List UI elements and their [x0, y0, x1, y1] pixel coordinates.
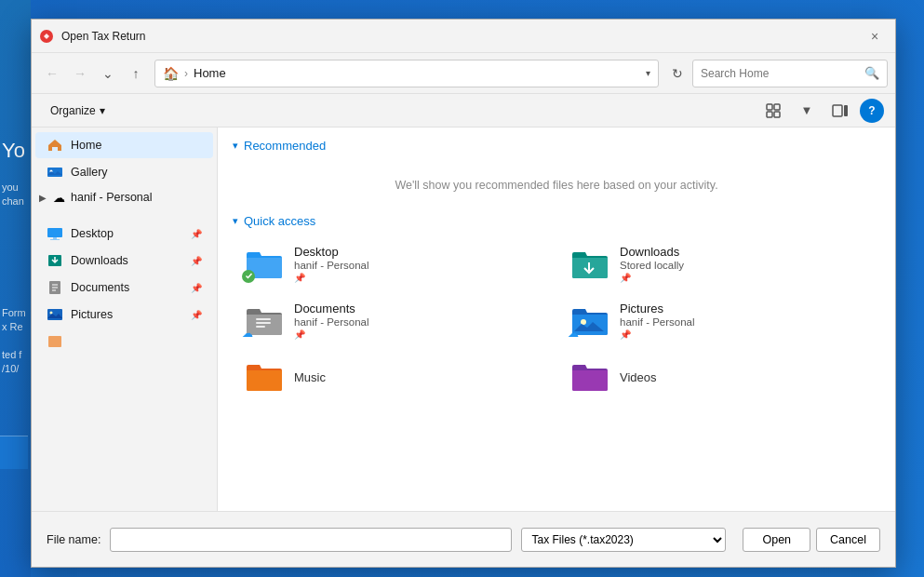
search-bar[interactable]: 🔍 — [692, 60, 888, 87]
music-folder-name: Music — [294, 370, 326, 384]
titlebar: Open Tax Return × — [32, 20, 895, 53]
svg-rect-6 — [844, 105, 848, 116]
sidebar-item-pictures[interactable]: Pictures 📌 — [35, 302, 213, 328]
filetype-select[interactable]: Tax Files (*.tax2023) All Files (*.*) — [521, 528, 726, 552]
downloads-label: Downloads — [71, 254, 183, 267]
desktop-folder-info: Desktop hanif - Personal 📌 — [294, 245, 369, 283]
home-label: Home — [71, 139, 202, 152]
svg-rect-17 — [47, 309, 62, 320]
downloads-pin: 📌 — [620, 273, 684, 283]
quick-access-section-header[interactable]: ▾ Quick access — [233, 214, 880, 228]
bg-chan-text: chan — [0, 195, 24, 207]
view-grid-button[interactable] — [759, 99, 787, 123]
main-area: Home Gallery ▶ ☁ hanif - Personal — [32, 127, 895, 511]
svg-rect-20 — [256, 318, 271, 320]
music-folder-svg — [243, 359, 284, 395]
documents-folder-info: Documents hanif - Personal 📌 — [294, 302, 369, 340]
close-button[interactable]: × — [862, 23, 888, 49]
sidebar-item-desktop[interactable]: Desktop 📌 — [35, 221, 213, 247]
quick-access-chevron-icon: ▾ — [233, 215, 238, 227]
svg-rect-9 — [47, 228, 62, 237]
dialog-title: Open Tax Return — [61, 30, 854, 43]
filename-input[interactable] — [110, 528, 512, 552]
recommended-title: Recommended — [244, 139, 326, 153]
view-dropdown-button[interactable]: ▼ — [793, 99, 821, 123]
open-button[interactable]: Open — [743, 528, 810, 552]
recent-button[interactable]: ⌄ — [95, 60, 121, 87]
sidebar-item-home[interactable]: Home — [35, 132, 213, 158]
hanif-label: hanif - Personal — [71, 191, 209, 204]
search-icon: 🔍 — [864, 66, 879, 80]
pictures-icon — [47, 306, 63, 323]
pictures-folder-name: Pictures — [620, 302, 695, 315]
sidebar: Home Gallery ▶ ☁ hanif - Personal — [32, 127, 218, 511]
pictures-label: Pictures — [71, 308, 183, 321]
address-bar[interactable]: 🏠 › Home ▾ — [154, 60, 659, 87]
folder-item-pictures[interactable]: ☁ Pictures hanif - Personal 📌 — [558, 294, 880, 347]
gallery-icon — [47, 164, 63, 181]
documents-pin-icon: 📌 — [191, 283, 202, 293]
videos-folder-info: Videos — [620, 370, 657, 384]
filename-label: File name: — [47, 533, 100, 546]
music-folder-icon-wrap — [242, 358, 285, 396]
toolbar: Organize ▾ ▼ ? — [32, 94, 895, 127]
folder-item-videos[interactable]: Videos — [558, 351, 880, 403]
videos-folder-icon-wrap — [568, 358, 610, 396]
preview-pane-icon — [832, 104, 849, 117]
downloads-folder-sub: Stored locally — [620, 260, 684, 271]
navbar: ← → ⌄ ↑ 🏠 › Home ▾ ↻ 🔍 — [32, 53, 895, 94]
downloads-icon — [47, 252, 63, 269]
more-icon — [47, 333, 63, 350]
sidebar-group-hanif[interactable]: ▶ ☁ hanif - Personal — [32, 186, 217, 208]
sidebar-item-gallery[interactable]: Gallery — [35, 159, 213, 185]
folder-item-music[interactable]: Music — [233, 351, 555, 403]
recommended-section-header[interactable]: ▾ Recommended — [233, 139, 880, 153]
documents-folder-name: Documents — [294, 302, 369, 315]
gallery-label: Gallery — [71, 166, 202, 179]
pictures-cloud-badge: ☁ — [568, 327, 581, 340]
videos-folder-svg — [569, 359, 609, 395]
address-separator: › — [184, 67, 188, 80]
svg-rect-3 — [767, 112, 772, 117]
sidebar-item-documents[interactable]: Documents 📌 — [35, 275, 213, 301]
pictures-folder-icon-wrap: ☁ — [568, 302, 610, 340]
open-dialog: Open Tax Return × ← → ⌄ ↑ 🏠 › Home ▾ ↻ 🔍 — [31, 19, 896, 568]
help-button[interactable]: ? — [860, 99, 884, 123]
svg-rect-4 — [774, 112, 780, 117]
action-buttons: Open Cancel — [743, 528, 880, 552]
cloud-badge: ☁ — [242, 327, 255, 340]
app-icon — [39, 29, 54, 44]
back-button[interactable]: ← — [39, 60, 65, 87]
svg-rect-22 — [256, 326, 265, 328]
desktop-icon — [47, 225, 63, 242]
sidebar-item-more[interactable] — [35, 329, 213, 355]
folder-item-desktop[interactable]: Desktop hanif - Personal 📌 — [233, 237, 555, 290]
background: Yo you chan Form x Re ted f /10/ Open Ta… — [0, 0, 924, 577]
up-button[interactable]: ↑ — [123, 60, 149, 87]
forward-button[interactable]: → — [67, 60, 93, 87]
bg-form-text: Form — [0, 307, 26, 318]
downloads-folder-icon-wrap — [568, 246, 610, 283]
expand-icon: ▶ — [39, 193, 47, 203]
sidebar-item-downloads[interactable]: Downloads 📌 — [35, 248, 213, 274]
content-area: ▾ Recommended We'll show you recommended… — [218, 127, 895, 511]
svg-rect-11 — [50, 239, 60, 240]
organize-button[interactable]: Organize ▾ — [43, 99, 113, 123]
cancel-button[interactable]: Cancel — [816, 528, 880, 552]
folder-item-downloads[interactable]: Downloads Stored locally 📌 — [558, 237, 880, 290]
search-input[interactable] — [701, 67, 859, 80]
recommended-empty-text: We'll show you recommended files here ba… — [233, 162, 880, 201]
folder-item-documents[interactable]: ☁ Documents hanif - Personal 📌 — [233, 294, 555, 347]
refresh-button[interactable]: ↻ — [664, 60, 690, 87]
preview-pane-button[interactable] — [826, 99, 854, 123]
quick-access-grid: Desktop hanif - Personal 📌 — [233, 237, 880, 403]
downloads-folder-info: Downloads Stored locally 📌 — [620, 245, 684, 283]
address-text: Home — [194, 66, 414, 80]
pictures-folder-info: Pictures hanif - Personal 📌 — [620, 302, 695, 340]
bg-yo-text: Yo — [0, 138, 25, 165]
bg-you-text: you — [0, 181, 19, 193]
music-folder-info: Music — [294, 370, 326, 384]
desktop-pin: 📌 — [294, 273, 369, 283]
quick-access-title: Quick access — [244, 214, 315, 228]
documents-folder-sub: hanif - Personal — [294, 316, 369, 328]
